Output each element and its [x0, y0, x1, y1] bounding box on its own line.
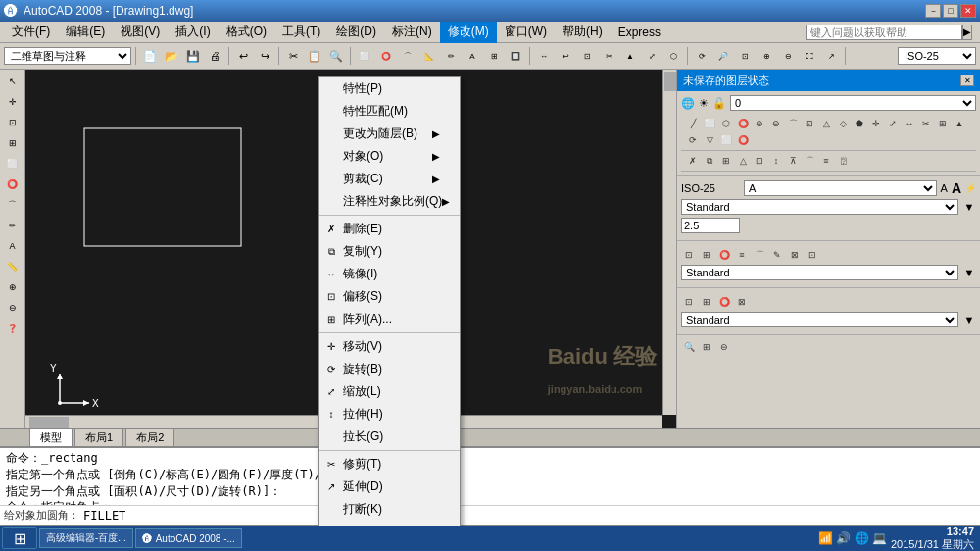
rt-17[interactable]: ▲: [952, 116, 967, 131]
menu-file[interactable]: 文件(F): [4, 22, 58, 43]
menu-lengthen[interactable]: 拉长(G): [319, 426, 460, 448]
menu-object[interactable]: 对象(O) ▶: [319, 145, 460, 168]
rt-16[interactable]: ⊞: [935, 116, 951, 131]
lt-7[interactable]: ⌒: [3, 195, 23, 215]
panel-close-btn[interactable]: ✕: [960, 75, 974, 86]
toolbar-btn5[interactable]: 🔍: [326, 46, 346, 66]
tb-m4[interactable]: ✂: [599, 46, 618, 66]
help-search-input[interactable]: [806, 25, 962, 40]
tb-m1[interactable]: ↔: [534, 46, 554, 66]
dim-style-btn[interactable]: ▼: [962, 266, 976, 279]
di-5[interactable]: ⌒: [752, 247, 767, 263]
tab-model[interactable]: 模型: [29, 428, 73, 446]
toolbar-btn3[interactable]: ✂: [283, 46, 303, 66]
tbl-3[interactable]: ⭕: [716, 294, 732, 310]
text-style-btn[interactable]: ▼: [962, 200, 976, 214]
menu-scale[interactable]: ⤢ 缩放(L): [319, 380, 460, 403]
menu-clip[interactable]: 剪裁(C) ▶: [319, 168, 460, 190]
menu-offset[interactable]: ⊡ 偏移(S): [319, 285, 460, 308]
tb-r4[interactable]: ⊕: [757, 46, 776, 66]
rt-10[interactable]: ◇: [835, 116, 851, 131]
toolbar-undo-btn[interactable]: ↩: [233, 46, 253, 66]
menu-help[interactable]: 帮助(H): [555, 22, 611, 43]
menu-rotate[interactable]: ⟳ 旋转(B): [319, 358, 460, 380]
tb-r3[interactable]: ⊡: [735, 46, 755, 66]
rt2-10[interactable]: ⍰: [835, 153, 851, 169]
menu-view[interactable]: 视图(V): [113, 22, 168, 43]
maximize-button[interactable]: □: [943, 4, 958, 18]
table-style-dropdown[interactable]: Standard: [681, 312, 958, 327]
menu-annot-scale[interactable]: 注释性对象比例(Q) ▶: [319, 190, 460, 213]
lt-12[interactable]: ⊖: [3, 298, 23, 318]
tb-b4[interactable]: 📐: [419, 46, 439, 66]
text-size-input[interactable]: [681, 218, 740, 233]
di-4[interactable]: ≡: [734, 247, 750, 263]
window-controls[interactable]: － □ ✕: [925, 4, 976, 18]
lt-1[interactable]: ↖: [3, 72, 23, 91]
rt-2[interactable]: ⬜: [702, 116, 717, 131]
di-1[interactable]: ⊡: [681, 247, 697, 263]
menu-dim[interactable]: 标注(N): [384, 22, 440, 43]
tb-b1[interactable]: ⬜: [355, 46, 374, 66]
minimize-button[interactable]: －: [925, 4, 941, 18]
rt-6[interactable]: ⊖: [768, 116, 784, 131]
toolbar-save-btn[interactable]: 💾: [183, 46, 203, 66]
taskbar-item-autocad[interactable]: 🅐 AutoCAD 2008 -...: [135, 528, 242, 548]
table-style-btn[interactable]: ▼: [962, 313, 976, 326]
menu-match-props[interactable]: 特性匹配(M): [319, 100, 460, 123]
lt-9[interactable]: A: [3, 236, 23, 256]
menu-stretch[interactable]: ↕ 拉伸(H): [319, 403, 460, 426]
dim-style-dropdown[interactable]: Standard: [681, 265, 958, 280]
menu-move[interactable]: ✛ 移动(V): [319, 335, 460, 358]
di-7[interactable]: ⊠: [787, 247, 803, 263]
lt-10[interactable]: 📏: [3, 257, 23, 276]
lt-6[interactable]: ⭕: [3, 175, 23, 194]
menu-mirror[interactable]: ↔ 镜像(I): [319, 263, 460, 285]
rt-8[interactable]: ⊡: [802, 116, 817, 131]
tb-m7[interactable]: ⬡: [663, 46, 683, 66]
menu-window[interactable]: 窗口(W): [497, 22, 555, 43]
tbl-2[interactable]: ⊞: [699, 294, 714, 310]
rt-9[interactable]: △: [818, 116, 834, 131]
rt2-4[interactable]: △: [735, 153, 751, 169]
rt-11[interactable]: ⬟: [852, 116, 867, 131]
rt-4[interactable]: ⭕: [735, 116, 751, 131]
annot-dropdown[interactable]: A: [744, 180, 937, 196]
tb-b7[interactable]: ⊞: [484, 46, 504, 66]
rt2-9[interactable]: ≡: [818, 153, 834, 169]
rt-20[interactable]: ⬜: [718, 132, 734, 148]
rt-7[interactable]: ⌒: [785, 116, 801, 131]
bi-3[interactable]: ⊖: [716, 339, 732, 355]
rt-13[interactable]: ⤢: [885, 116, 901, 131]
lt-13[interactable]: ❓: [3, 319, 23, 338]
bi-1[interactable]: 🔍: [681, 339, 697, 355]
tbl-4[interactable]: ⊠: [734, 294, 750, 310]
di-2[interactable]: ⊞: [699, 247, 714, 263]
menu-break[interactable]: 打断(K): [319, 498, 460, 521]
rt2-1[interactable]: ✗: [685, 153, 701, 169]
menu-edit[interactable]: 编辑(E): [58, 22, 113, 43]
toolbar-open-btn[interactable]: 📂: [162, 46, 181, 66]
rt-5[interactable]: ⊕: [752, 116, 767, 131]
rt-18[interactable]: ⟳: [685, 132, 701, 148]
tb-m6[interactable]: ⤢: [642, 46, 662, 66]
rt-21[interactable]: ⭕: [735, 132, 751, 148]
lt-2[interactable]: ✛: [3, 92, 23, 112]
menu-properties[interactable]: 特性(P): [319, 77, 460, 100]
tb-b2[interactable]: ⭕: [376, 46, 396, 66]
toolbar-redo-btn[interactable]: ↪: [255, 46, 274, 66]
close-button[interactable]: ✕: [960, 4, 976, 18]
tb-r6[interactable]: ⛶: [800, 46, 819, 66]
text-style-dropdown[interactable]: Standard: [681, 199, 958, 215]
tb-r7[interactable]: ↗: [821, 46, 841, 66]
toolbar-new-btn[interactable]: 📄: [140, 46, 160, 66]
toolbar-btn4[interactable]: 📋: [305, 46, 324, 66]
rt-12[interactable]: ✛: [868, 116, 884, 131]
tb-m3[interactable]: ⊡: [577, 46, 597, 66]
scrollbar-thumb[interactable]: [664, 72, 676, 91]
bi-2[interactable]: ⊞: [699, 339, 714, 355]
taskbar-item-editor[interactable]: 高级编辑器-百度...: [39, 528, 133, 548]
menu-extend[interactable]: ↗ 延伸(D): [319, 476, 460, 498]
tb-m5[interactable]: ▲: [620, 46, 640, 66]
tb-r1[interactable]: ⟳: [692, 46, 711, 66]
